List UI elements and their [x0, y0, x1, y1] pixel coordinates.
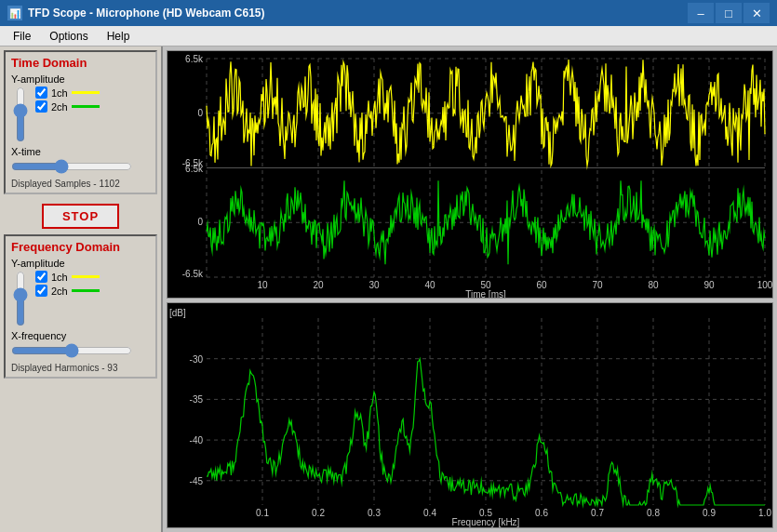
ch1-label-time: 1ch: [51, 87, 68, 99]
title-bar: 📊 TFD Scope - Microphone (HD Webcam C615…: [0, 0, 777, 26]
freq-domain-chart: [167, 302, 773, 528]
app-icon: 📊: [7, 6, 22, 20]
time-domain-chart: [167, 50, 773, 299]
ch2-label-freq: 2ch: [51, 286, 68, 297]
x-time-slider[interactable]: [11, 159, 132, 174]
displayed-samples-label: Displayed Samples - 1102: [11, 179, 150, 189]
window-title: TFD Scope - Microphone (HD Webcam C615): [28, 7, 264, 20]
freq-domain-title: Frequency Domain: [11, 240, 150, 254]
ch2-color-freq: [72, 289, 100, 292]
ch2-checkbox-time[interactable]: [35, 100, 47, 113]
y-amplitude-slider-time[interactable]: [11, 86, 30, 142]
ch1-checkbox-time[interactable]: [35, 86, 47, 99]
ch1-checkbox-freq[interactable]: [35, 271, 47, 283]
y-amplitude-label-freq: Y-amplitude: [11, 258, 150, 269]
ch1-color-time: [72, 91, 100, 94]
y-amplitude-label-time: Y-amplitude: [11, 73, 150, 85]
ch2-row-freq: 2ch: [35, 285, 100, 297]
right-panel: [163, 47, 777, 532]
x-frequency-label: X-frequency: [11, 330, 150, 341]
ch1-color-freq: [72, 275, 100, 278]
minimize-button[interactable]: –: [688, 3, 714, 23]
left-panel: Time Domain Y-amplitude 1ch 2ch: [0, 47, 163, 532]
ch1-row-freq: 1ch: [35, 271, 100, 283]
menu-options[interactable]: Options: [40, 26, 97, 46]
ch2-label-time: 2ch: [51, 101, 68, 113]
ch1-row-time: 1ch: [35, 86, 100, 99]
ch2-color-time: [72, 105, 100, 108]
main-layout: Time Domain Y-amplitude 1ch 2ch: [0, 47, 777, 532]
displayed-harmonics-label: Displayed Harmonics - 93: [11, 363, 150, 373]
y-amplitude-slider-freq[interactable]: [11, 271, 30, 326]
freq-domain-section: Frequency Domain Y-amplitude 1ch 2ch: [4, 234, 157, 379]
ch2-row-time: 2ch: [35, 100, 100, 113]
x-time-label: X-time: [11, 146, 150, 157]
freq-domain-canvas: [167, 303, 772, 527]
window-controls: – □ ✕: [688, 3, 770, 23]
menu-bar: File Options Help: [0, 26, 777, 47]
maximize-button[interactable]: □: [716, 3, 742, 23]
menu-file[interactable]: File: [4, 26, 40, 46]
ch2-checkbox-freq[interactable]: [35, 285, 47, 297]
stop-button[interactable]: STOP: [42, 204, 119, 229]
ch1-label-freq: 1ch: [51, 272, 68, 283]
menu-help[interactable]: Help: [98, 26, 140, 46]
time-domain-canvas: [167, 51, 772, 298]
close-button[interactable]: ✕: [744, 3, 770, 23]
x-freq-slider[interactable]: [11, 343, 132, 358]
time-domain-title: Time Domain: [11, 56, 150, 70]
time-domain-section: Time Domain Y-amplitude 1ch 2ch: [4, 50, 157, 194]
